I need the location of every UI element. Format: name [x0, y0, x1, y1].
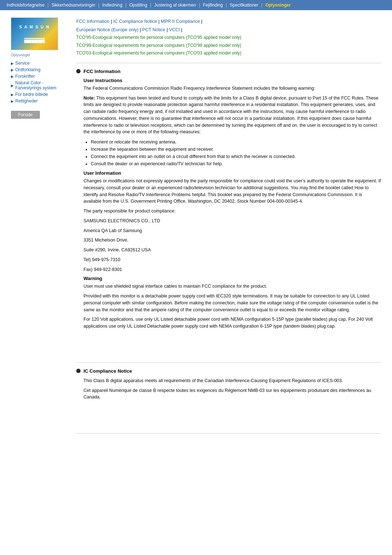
tco03-link[interactable]: TCO'03-Ecological requirements for perso…	[76, 49, 381, 57]
address-block: The party responsible for product compli…	[83, 208, 381, 273]
user-information-title: User Information	[83, 170, 381, 176]
note-body: This equipment has been tested and found…	[83, 96, 378, 135]
user-instructions-body: The Federal Communications Commission Ra…	[83, 85, 381, 92]
bullet-icon	[76, 69, 81, 73]
arrow-icon: ▶	[11, 68, 14, 72]
top-links-line2: European Notice (Europe only) | PCT Noti…	[76, 26, 381, 34]
address-line-3: 3351 Michelson Drive,	[83, 237, 381, 244]
logo-monitor: ▬▬▬▬▬▬▬▐█████████▌	[19, 36, 50, 43]
fcc-bullets: Reorient or relocate the receiving anten…	[91, 138, 381, 167]
spacer	[76, 335, 381, 357]
ic-content: This Class B digital apparatus meets all…	[83, 377, 381, 401]
mpr-compliance-link[interactable]: MPR II Compliance	[161, 19, 200, 24]
address-line-6: Fax) 949-922-8301	[83, 266, 381, 273]
list-item: Consult the dealer or an experienced rad…	[91, 160, 381, 167]
fcc-section: FCC Information User Instructions The Fe…	[76, 69, 381, 330]
nav-item-indholdsfortegnelse[interactable]: Indholdsfortegnelse	[4, 3, 48, 8]
warning-body-1: User must use shielded signal interface …	[83, 283, 381, 290]
warning-title: Warning	[83, 276, 381, 281]
address-line-4: Suite #290, Irvine, CA92612 USA	[83, 247, 381, 254]
user-information-body: Changes or modifications not expressly a…	[83, 178, 381, 205]
sidebar-item-service[interactable]: ▶ Service	[11, 61, 69, 66]
note-label: Note:	[83, 96, 95, 101]
warning-body-2: Provided with this monitor is a detachab…	[83, 293, 381, 313]
address-line-5: Tel) 949-975-7310	[83, 256, 381, 263]
sidebar-item-naturalcolor[interactable]: ▶ Natural Color - Farvestyrings system	[11, 80, 69, 90]
nav-item-sikkerhedsanvisninger[interactable]: Sikkerhedsanvisninger	[49, 3, 98, 8]
nav-item-justering[interactable]: Justering af skærmen	[151, 3, 199, 8]
list-item: Reorient or relocate the receiving anten…	[91, 138, 381, 146]
pct-notice-link[interactable]: PCT Notice	[142, 27, 166, 32]
nav-item-specifikationer[interactable]: Specifikationer	[227, 3, 261, 8]
user-instructions-title: User Instructions	[83, 78, 381, 83]
arrow-icon: ▶	[11, 93, 14, 97]
sidebar-navigation: ▶ Service ▶ Ordforklaring ▶ Forskrifter …	[11, 61, 69, 104]
warning-body-3: For 120 Volt applications, use only UL L…	[83, 316, 381, 330]
address-line-2: America QA Lab of Samsung	[83, 227, 381, 234]
nav-item-indledning[interactable]: Indledning	[99, 3, 125, 8]
sidebar-item-forbedrebillede[interactable]: ▶ For bedre billede	[11, 92, 69, 97]
bottom-spacer	[76, 406, 381, 428]
logo: S A M S U N ▬▬▬▬▬▬▬▐█████████▌	[11, 17, 58, 50]
fcc-content: User Instructions The Federal Communicat…	[83, 78, 381, 330]
vcci-link[interactable]: VCCI	[169, 27, 180, 32]
nav-item-opstilling[interactable]: Opstilling	[126, 3, 150, 8]
fcc-section-title: FCC Information	[83, 69, 121, 74]
ic-compliance-link[interactable]: IC Compliance Notice	[113, 19, 157, 24]
top-links: FCC Information | IC Compliance Notice |…	[76, 17, 381, 57]
sidebar-item-ordforklaring[interactable]: ▶ Ordforklaring	[11, 67, 69, 72]
party-label: The party responsible for product compli…	[83, 208, 381, 215]
ic-body-2: Cet appareil Numérique de classe B respe…	[83, 387, 381, 401]
main-container: S A M S U N ▬▬▬▬▬▬▬▐█████████▌ Oplysning…	[0, 10, 392, 446]
fcc-section-header: FCC Information	[76, 69, 381, 74]
list-item: Increase the separation between the equi…	[91, 146, 381, 153]
top-links-line1: FCC Information | IC Compliance Notice |…	[76, 17, 381, 26]
forside-button[interactable]: Forside	[11, 111, 40, 119]
list-item: Connect the equipment into an outlet on …	[91, 153, 381, 160]
divider-1	[76, 63, 381, 63]
sidebar-item-forskrifter[interactable]: ▶ Forskrifter	[11, 74, 69, 79]
ic-section-header: IC Compliance Notice	[76, 368, 381, 374]
fcc-note: Note: This equipment has been tested and…	[83, 95, 381, 136]
arrow-icon: ▶	[11, 61, 14, 65]
ic-section-title: IC Compliance Notice	[83, 368, 132, 374]
european-notice-link[interactable]: European Notice (Europe only)	[76, 27, 139, 32]
arrow-icon: ▶	[11, 99, 14, 103]
sidebar: S A M S U N ▬▬▬▬▬▬▬▐█████████▌ Oplysning…	[11, 17, 69, 439]
content-area: FCC Information | IC Compliance Notice |…	[76, 17, 381, 439]
arrow-icon: ▶	[11, 84, 14, 88]
bullet-icon	[76, 369, 81, 373]
arrow-icon: ▶	[11, 74, 14, 78]
tco99-link[interactable]: TCO'99-Ecological requirements for perso…	[76, 42, 381, 50]
fcc-info-link[interactable]: FCC Information	[76, 19, 110, 24]
tco95-link[interactable]: TCO'95-Ecological requirements for perso…	[76, 34, 381, 42]
nav-item-oplysninger[interactable]: Oplysninger	[262, 3, 294, 8]
divider-3	[76, 433, 381, 434]
top-navigation: Indholdsfortegnelse | Sikkerhedsanvisnin…	[0, 0, 392, 10]
ic-body-1: This Class B digital apparatus meets all…	[83, 377, 381, 384]
nav-item-fejlfinding[interactable]: Fejlfinding	[200, 3, 226, 8]
divider-2	[76, 362, 381, 363]
logo-label: Oplysninger	[11, 53, 69, 57]
address-line-1: SAMSUNG ELECTRONICS CO., LTD	[83, 218, 381, 224]
ic-section: IC Compliance Notice This Class B digita…	[76, 368, 381, 401]
logo-text: S A M S U N	[19, 25, 50, 29]
sidebar-item-rettigheder[interactable]: ▶ Rettigheder	[11, 98, 69, 104]
